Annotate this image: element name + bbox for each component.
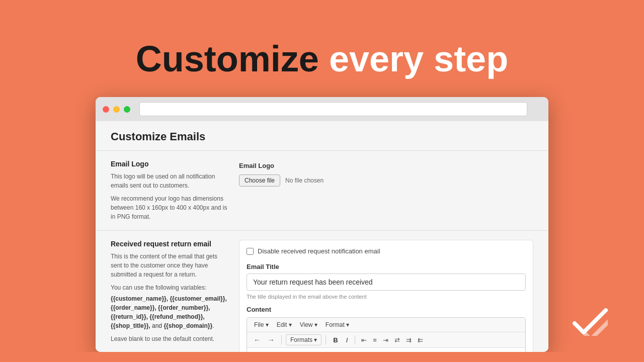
- no-file-text: No file chosen: [285, 177, 324, 184]
- toolbar-file-btn[interactable]: File ▾: [251, 320, 272, 330]
- email-title-label: Email Title: [247, 263, 526, 270]
- received-request-section: Received request return email This is th…: [96, 231, 548, 352]
- toolbar-sep2: [326, 335, 326, 344]
- page-title: Customize Emails: [111, 130, 205, 143]
- received-variables: {{customer_name}}, {{customer_email}}, {…: [111, 294, 229, 330]
- email-title-input[interactable]: [247, 274, 526, 291]
- email-settings-panel: Disable received request notification em…: [239, 240, 533, 352]
- dot-red: [103, 106, 109, 113]
- disable-email-checkbox[interactable]: [247, 248, 254, 255]
- editor-toolbar-bottom: ← → Formats ▾ B I ⇤ ≡ ⇥ ⇄: [247, 332, 525, 348]
- redo-btn[interactable]: →: [265, 334, 277, 345]
- align-left-btn[interactable]: ⇤: [359, 335, 369, 345]
- page-content: Customize Emails Email Logo This logo wi…: [96, 121, 548, 352]
- browser-titlebar: [96, 97, 548, 121]
- received-footer-note: Leave blank to use the default content.: [111, 334, 229, 343]
- checkmark-icon: [573, 308, 608, 338]
- disable-checkbox-label: Disable received request notification em…: [258, 247, 380, 255]
- page-header: Customize Emails: [96, 121, 548, 151]
- undo-btn[interactable]: ←: [251, 334, 263, 345]
- email-logo-field-label: Email Logo: [239, 162, 533, 169]
- toolbar-edit-btn[interactable]: Edit ▾: [274, 320, 295, 330]
- content-label: Content: [247, 306, 526, 313]
- email-title-hint: The title displayed in the email above t…: [247, 294, 526, 300]
- outdent-btn[interactable]: ⇇: [416, 335, 425, 345]
- section-left-received: Received request return email This is th…: [111, 240, 229, 352]
- shop-domain-text: {{shop_domain}}: [164, 322, 212, 329]
- email-logo-section: Email Logo This logo will be used on all…: [96, 151, 548, 231]
- section-left-logo: Email Logo This logo will be used on all…: [111, 160, 229, 221]
- dot-green: [124, 106, 130, 113]
- address-bar[interactable]: [139, 102, 527, 116]
- received-desc1: This is the content of the email that ge…: [111, 252, 229, 279]
- hero-title-plain: Customize: [136, 39, 319, 79]
- toolbar-sep1: [281, 335, 282, 344]
- email-logo-desc2: We recommend your logo has dimensions be…: [111, 194, 229, 221]
- choose-file-button[interactable]: Choose file: [239, 174, 280, 187]
- align-right-btn[interactable]: ⇥: [381, 335, 390, 345]
- editor-body[interactable]: Hi {{customer_name}},: [247, 348, 525, 352]
- email-logo-desc1: This logo will be used on all notificati…: [111, 172, 229, 190]
- bold-btn[interactable]: B: [330, 335, 341, 345]
- page-hero-title: Customize every step: [136, 39, 508, 79]
- toolbar-format-btn[interactable]: Format ▾: [323, 320, 352, 330]
- align-center-btn[interactable]: ≡: [371, 335, 379, 345]
- dot-yellow: [113, 106, 120, 113]
- section-right-logo: Email Logo Choose file No file chosen: [239, 160, 533, 221]
- received-heading: Received request return email: [111, 240, 229, 248]
- formats-dropdown[interactable]: Formats ▾: [286, 334, 321, 345]
- disable-checkbox-row: Disable received request notification em…: [247, 247, 526, 255]
- hero-title-highlight: every step: [329, 39, 508, 79]
- editor-toolbar-top: File ▾ Edit ▾ View ▾ Format ▾: [247, 318, 525, 332]
- email-logo-heading: Email Logo: [111, 160, 229, 168]
- browser-window: Customize Emails Email Logo This logo wi…: [96, 97, 548, 352]
- indent-btn[interactable]: ⇉: [404, 335, 414, 345]
- editor-container: File ▾ Edit ▾ View ▾ Format ▾ ← → Format…: [247, 317, 526, 352]
- toolbar-sep3: [355, 335, 355, 344]
- align-justify-btn[interactable]: ⇄: [392, 335, 402, 345]
- italic-btn[interactable]: I: [343, 335, 351, 345]
- file-input-row: Choose file No file chosen: [239, 174, 533, 187]
- received-desc2: You can use the following variables:: [111, 283, 229, 292]
- toolbar-view-btn[interactable]: View ▾: [297, 320, 320, 330]
